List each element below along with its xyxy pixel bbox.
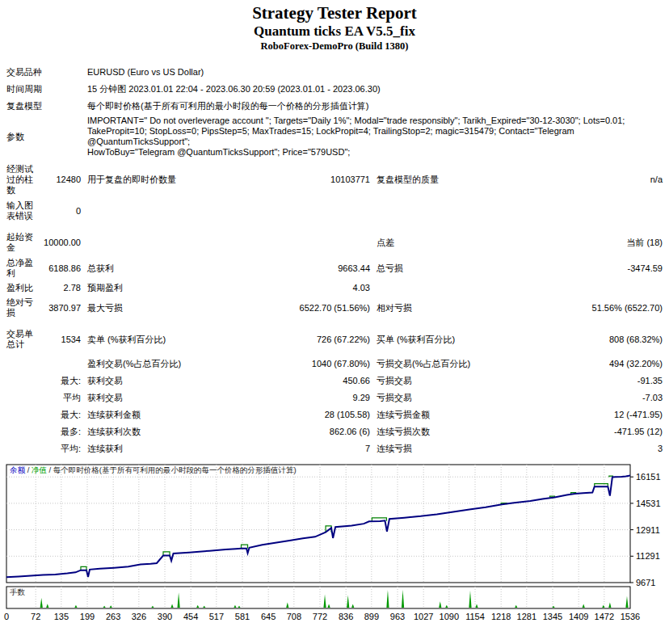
chart-legend: 余额 / 净值 / 每个即时价格(基于所有可利用的最小时段的每一个价格的分形插值… [10, 465, 297, 474]
report-cell: 盈利比 [6, 282, 44, 294]
report-cell: 28 (105.58) [245, 409, 370, 421]
report-cell: -7.03 [536, 392, 663, 404]
report-cell: 连续获利 [81, 443, 245, 455]
report-cell: 每个即时价格(基于所有可利用的最小时段的每一个价格的分形插值计算) [81, 100, 663, 112]
report-cell: 6522.70 (51.56%) [245, 302, 370, 314]
report-cell: 最多: [44, 426, 81, 438]
report-cell: 12 (-471.95) [536, 409, 663, 421]
report-cell: 7 [245, 443, 370, 455]
report-cell: 最大亏损 [81, 302, 245, 314]
y-axis-label: 14531 [636, 499, 661, 508]
report-cell: 卖单 (%获利百分比) [81, 334, 245, 346]
report-cell: 1040 (67.80%) [245, 358, 370, 370]
chart-area: 0721351992633263904545175816457087728368… [0, 464, 669, 629]
lots-plot-border [6, 587, 630, 608]
report-cell: 交易品种 [6, 66, 44, 78]
report-cell: 3870.97 [44, 302, 81, 314]
y-axis-label: 9671 [636, 578, 655, 587]
report-cell: 51.56% (6522.70) [536, 302, 663, 314]
report-cell: 用于复盘的即时价数量 [81, 174, 245, 186]
ea-name: Quantum ticks EA V5.5_fix [0, 23, 669, 40]
report-cell: 参数 [6, 131, 44, 143]
x-axis-label: 517 [209, 612, 224, 621]
y-axis-label: 11291 [636, 551, 660, 561]
x-axis-label: 454 [183, 612, 198, 621]
legend-separator: / [47, 465, 53, 474]
report-row-max-consecutive-count: 最多:连续获利次数862.06 (6)连续亏损次数-471.95 (12) [6, 423, 663, 440]
x-axis-label: 72 [31, 612, 40, 621]
report-cell: 连续亏损次数 [370, 426, 536, 438]
report-cell: 总亏损 [370, 263, 536, 275]
report-cell [6, 398, 44, 399]
report-cell: 12480 [44, 174, 81, 186]
legend-model-label: 每个即时价格(基于所有可利用的最小时段的每一个价格的分形插值计算) [53, 465, 297, 474]
report-cell: 交易单 总计 [6, 328, 44, 351]
report-cell [44, 72, 81, 74]
report-cell: -471.95 (12) [536, 426, 663, 438]
report-cell: 连续获利金额 [81, 409, 245, 421]
report-cell: -91.35 [536, 375, 663, 387]
report-cell: 连续亏损金额 [370, 409, 536, 421]
report-cell: 最大: [44, 375, 81, 387]
report-cell [6, 431, 44, 433]
report-row-period: 时间周期15 分钟图 2023.01.01 22:04 - 2023.06.30… [6, 81, 663, 98]
report-row-total-trades: 交易单 总计1534卖单 (%获利百分比)726 (67.22%)买单 (%获利… [6, 328, 663, 351]
report-cell: 点差 [370, 237, 536, 249]
report-cell: IMPORTANT=" Do not overleverage account … [81, 115, 663, 158]
report-cell [44, 364, 81, 365]
report-row-max-consecutive-amount: 最大:连续获利金额28 (105.58)连续亏损金额12 (-471.95) [6, 406, 663, 423]
x-axis-label: 1218 [491, 612, 511, 621]
report-row-net-profit: 总净盈 利6188.86总获利9663.44总亏损-3474.59 [6, 257, 663, 280]
report-cell: 连续获利次数 [81, 426, 245, 438]
x-axis-label: 1536 [621, 612, 640, 621]
x-axis-label: 1154 [465, 612, 485, 621]
x-axis-label: 1090 [440, 612, 459, 621]
report-cell: 买单 (%获利百分比) [370, 334, 536, 346]
report-cell: 0 [44, 205, 81, 217]
report-cell: 输入图 表错误 [6, 200, 44, 222]
report-cell: n/a [536, 174, 663, 186]
report-cell [6, 448, 44, 450]
report-cell: 总净盈 利 [6, 257, 44, 280]
report-cell [245, 210, 370, 212]
x-axis-label: 708 [287, 612, 301, 621]
x-axis-label: 1409 [569, 612, 588, 621]
report-cell: 盈利交易(%占总百分比) [81, 358, 245, 370]
balance-equity-chart: 0721351992633263904545175816457087728368… [0, 464, 669, 625]
report-cell: 726 (67.22%) [245, 334, 370, 346]
x-axis-label: 0 [4, 612, 9, 621]
report-cell: 亏损交易 [370, 392, 536, 404]
report-cell [44, 106, 81, 107]
report-cell [44, 136, 81, 137]
report-cell: 10000.00 [44, 237, 81, 249]
y-axis-label: 12911 [636, 525, 660, 535]
report-row-model: 复盘模型每个即时价格(基于所有可利用的最小时段的每一个价格的分形插值计算) [6, 98, 663, 115]
report-cell: 连续亏损 [370, 443, 536, 455]
report-row-symbol: 交易品种EURUSD (Euro vs US Dollar) [6, 64, 663, 81]
page-title: Strategy Tester Report [0, 3, 669, 23]
report-cell [6, 364, 44, 365]
report-cell [81, 210, 245, 212]
x-axis-label: 326 [132, 612, 146, 621]
report-cell: 4.03 [245, 282, 370, 294]
report-cell: 最大: [44, 409, 81, 421]
report-row-chart-errors: 输入图 表错误0 [6, 200, 663, 222]
x-axis-label: 645 [261, 612, 276, 621]
report-row-initial-deposit: 起始资 金10000.00点差当前 (18) [6, 231, 663, 254]
lots-chart-label: 手数 [10, 587, 26, 596]
x-axis-label: 390 [158, 612, 172, 621]
x-axis-label: 1027 [414, 612, 433, 621]
report-cell: 复盘模型的质量 [370, 174, 536, 186]
report-cell [81, 242, 245, 243]
report-cell: 3 [536, 443, 663, 455]
report-cell [536, 288, 663, 289]
report-row-parameters: 参数IMPORTANT=" Do not overleverage accoun… [6, 115, 663, 158]
report-cell: 相对亏损 [370, 302, 536, 314]
report-cell: 获利交易 [81, 392, 245, 404]
report-cell: 平均 [44, 392, 81, 404]
report-cell: 平均: [44, 443, 81, 455]
report-cell: 9663.44 [245, 263, 370, 275]
report-table: 交易品种EURUSD (Euro vs US Dollar)时间周期15 分钟图… [6, 64, 663, 457]
report-cell: 9.29 [245, 392, 370, 404]
report-row-bars-tested: 经测试 过的柱 数12480用于复盘的即时价数量10103771复盘模型的质量n… [6, 163, 663, 196]
